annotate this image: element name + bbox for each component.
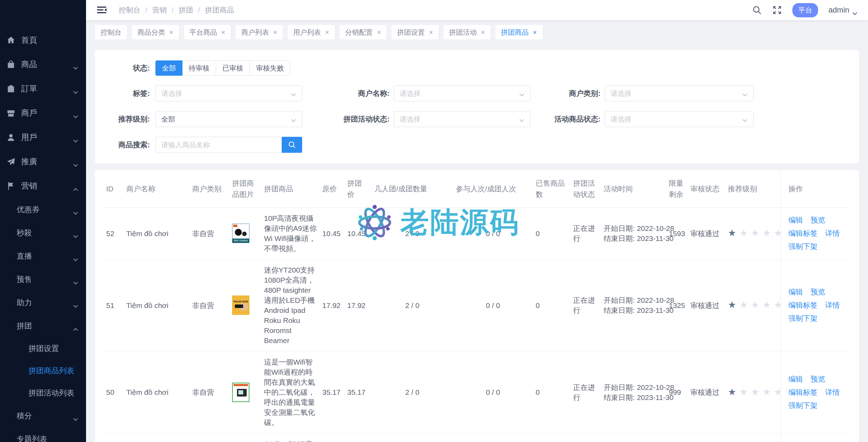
breadcrumb-item[interactable]: 营销 xyxy=(152,5,167,15)
activity-goods-status-select[interactable]: 请选择 xyxy=(605,111,754,127)
tab-groupbuy-settings[interactable]: 拼团设置× xyxy=(391,25,439,40)
star-rating[interactable]: ★★★★★ xyxy=(728,228,785,238)
tab-label: 拼团设置 xyxy=(397,28,425,37)
merchant-name-select[interactable]: 请选择 xyxy=(394,85,530,101)
status-rejected-button[interactable]: 审核失败 xyxy=(250,60,290,76)
sidebar-item-groupbuy[interactable]: 拼团 xyxy=(0,314,86,337)
close-icon[interactable]: × xyxy=(325,28,329,36)
sidebar-item-coupon[interactable]: 优惠券 xyxy=(0,198,86,221)
breadcrumb-item[interactable]: 拼团商品 xyxy=(205,5,234,15)
close-icon[interactable]: × xyxy=(221,28,225,36)
sidebar-item-promotion[interactable]: 推廣 xyxy=(0,149,86,174)
sidebar-item-goods[interactable]: 商品 xyxy=(0,52,86,76)
preview-link[interactable]: 预览 xyxy=(811,216,825,224)
close-icon[interactable]: × xyxy=(429,28,433,36)
force-offshelf-link[interactable]: 强制下架 xyxy=(789,314,818,322)
filter-row-2: 标签: 请选择 商户名称: 请选择 商户类别: 请选择 xyxy=(95,85,859,101)
force-offshelf-link[interactable]: 强制下架 xyxy=(789,401,818,409)
sidebar-item-live[interactable]: 直播 xyxy=(0,244,86,268)
sidebar-item-label: 拼团商品列表 xyxy=(28,366,74,376)
tab-platform-goods[interactable]: 平台商品× xyxy=(184,25,231,40)
sidebar-item-orders[interactable]: 訂單 xyxy=(0,76,86,101)
detail-link[interactable]: 详情 xyxy=(825,301,840,309)
table-row: 49 Tiệm đồ chơi 非自营 A1 Pro 720P支持的工程工程號1… xyxy=(103,433,851,442)
sidebar-item-topic-list[interactable]: 专题列表 xyxy=(0,427,86,442)
tab-distribution-config[interactable]: 分销配置× xyxy=(340,25,387,40)
close-icon[interactable]: × xyxy=(377,28,381,36)
edit-link[interactable]: 编辑 xyxy=(789,375,803,383)
sidebar-item-label: 预售 xyxy=(17,274,73,285)
edit-tag-link[interactable]: 编辑标签 xyxy=(789,388,818,396)
force-offshelf-link[interactable]: 强制下架 xyxy=(789,242,818,250)
star-rating[interactable]: ★★★★★ xyxy=(728,387,785,397)
edit-tag-link[interactable]: 编辑标签 xyxy=(789,301,818,309)
group-activity-status-select[interactable]: 请选择 xyxy=(394,111,530,127)
fullscreen-icon[interactable] xyxy=(772,5,782,15)
sidebar-item-merchants[interactable]: 商戶 xyxy=(0,101,86,125)
detail-link[interactable]: 详情 xyxy=(825,388,840,396)
sidebar-item-groupbuy-settings[interactable]: 拼团设置 xyxy=(0,337,86,360)
sidebar-item-label: 首頁 xyxy=(21,35,78,45)
close-icon[interactable]: × xyxy=(169,28,173,36)
breadcrumb-item[interactable]: 拼团 xyxy=(179,5,193,15)
filter-row-status: 状态: 全部 待审核 已审核 审核失败 xyxy=(95,60,859,76)
status-all-button[interactable]: 全部 xyxy=(155,60,182,76)
goods-search-button[interactable] xyxy=(282,137,302,153)
sidebar-item-home[interactable]: 首頁 xyxy=(0,28,86,52)
cell-price: 35.17 xyxy=(320,351,344,433)
sidebar-item-label: 拼团活动列表 xyxy=(28,388,74,398)
sidebar-item-marketing[interactable]: 营销 xyxy=(0,174,86,198)
close-icon[interactable]: × xyxy=(273,28,277,36)
breadcrumb-item[interactable]: 控制台 xyxy=(119,5,141,15)
status-approved-button[interactable]: 已审核 xyxy=(216,60,250,76)
detail-link[interactable]: 详情 xyxy=(825,229,840,237)
recommend-level-select[interactable]: 全部 xyxy=(155,111,302,127)
tab-user-list[interactable]: 用户列表× xyxy=(288,25,335,40)
col-group-price: 拼团价 xyxy=(344,170,372,208)
sidebar-item-label: 用戶 xyxy=(21,132,73,143)
tab-groupbuy-activity[interactable]: 拼团活动× xyxy=(443,25,491,40)
col-id: ID xyxy=(103,170,124,208)
preview-link[interactable]: 预览 xyxy=(811,375,825,383)
sidebar-item-seckill[interactable]: 秒殺 xyxy=(0,221,86,244)
edit-tag-link[interactable]: 编辑标签 xyxy=(789,229,818,237)
sidebar-item-label: 秒殺 xyxy=(17,228,73,238)
sidebar-item-groupbuy-goods-list[interactable]: 拼团商品列表 xyxy=(0,360,86,382)
sidebar-collapse-icon[interactable] xyxy=(96,6,107,15)
col-operations: 操作 xyxy=(781,170,851,208)
cell-stars: ★★★★★ xyxy=(725,433,781,442)
edit-link[interactable]: 编辑 xyxy=(789,216,803,224)
close-icon[interactable]: × xyxy=(533,28,537,36)
tag-select[interactable]: 请选择 xyxy=(155,85,302,101)
merchant-type-select[interactable]: 请选择 xyxy=(605,85,754,101)
sidebar-item-assist[interactable]: 助力 xyxy=(0,291,86,314)
user-menu[interactable]: admin xyxy=(828,6,858,15)
cell-limit: 999 xyxy=(666,351,688,433)
sidebar-item-points[interactable]: 積分 xyxy=(0,404,86,427)
table-row: 50 Tiệm đồ chơi 非自营 36.4 這是一個Wifi智能Wifi過… xyxy=(103,351,851,433)
product-image[interactable]: PALM SIZE xyxy=(232,295,249,315)
tab-merchant-list[interactable]: 商户列表× xyxy=(236,25,283,40)
status-pending-button[interactable]: 待审核 xyxy=(182,60,216,76)
product-image[interactable]: 36.4 xyxy=(232,383,249,402)
search-icon[interactable] xyxy=(752,5,762,15)
edit-link[interactable]: 编辑 xyxy=(789,288,803,296)
star-rating[interactable]: ★★★★★ xyxy=(728,300,785,310)
goods-search-input[interactable] xyxy=(155,137,282,153)
col-limit-left: 限量剩余 xyxy=(666,170,688,208)
tab-console[interactable]: 控制台 xyxy=(95,25,127,40)
sidebar-item-groupbuy-activity-list[interactable]: 拼团活动列表 xyxy=(0,382,86,404)
platform-badge[interactable]: 平台 xyxy=(792,3,818,17)
tab-label: 用户列表 xyxy=(293,28,321,37)
product-image[interactable]: Mini Camera xyxy=(232,224,249,243)
preview-link[interactable]: 预览 xyxy=(811,288,825,296)
sidebar-item-presale[interactable]: 预售 xyxy=(0,268,86,291)
tab-goods-category[interactable]: 商品分类× xyxy=(132,25,179,40)
chevron-down-icon xyxy=(519,117,525,121)
tab-groupbuy-goods[interactable]: 拼团商品× xyxy=(495,25,543,40)
close-icon[interactable]: × xyxy=(481,28,485,36)
cell-time: 开始日期: 2022-10-28 结束日期: 2023-11-30 xyxy=(601,351,666,433)
sidebar-item-users[interactable]: 用戶 xyxy=(0,125,86,149)
cell-status: 正在进行 xyxy=(570,259,601,351)
cell-image: Mini Camera xyxy=(229,208,261,259)
